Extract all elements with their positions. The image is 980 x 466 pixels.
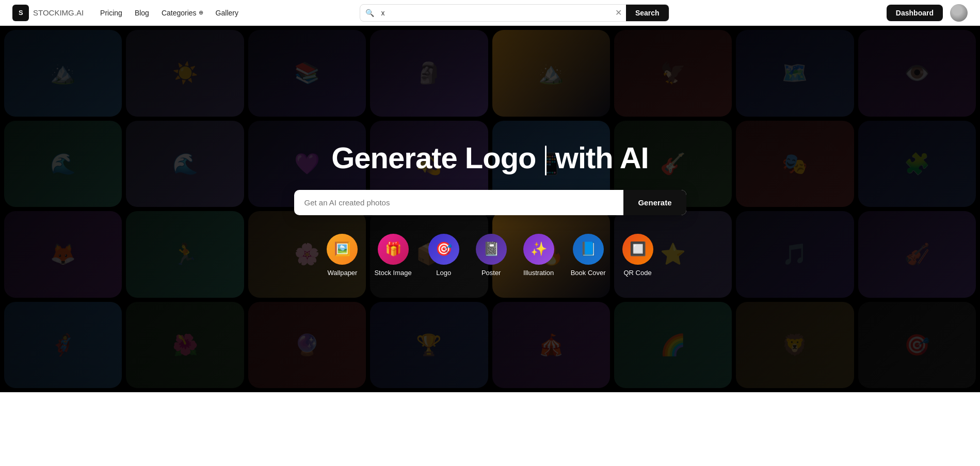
cat-item-wallpaper[interactable]: 🖼️Wallpaper	[327, 234, 358, 277]
search-button[interactable]: Search	[626, 5, 669, 21]
nav-gallery[interactable]: Gallery	[216, 9, 238, 17]
cat-label-poster: Poster	[481, 269, 501, 277]
cat-label-wallpaper: Wallpaper	[327, 269, 357, 277]
cat-icon-illustration: ✨	[523, 234, 554, 265]
cursor-blink	[545, 146, 547, 175]
hero-content: Generate Logo with AI Generate 🖼️Wallpap…	[0, 26, 980, 392]
cat-item-illustration[interactable]: ✨Illustration	[523, 234, 554, 277]
search-clear-button[interactable]: ✕	[611, 8, 626, 18]
navbar: S STOCKIMG.AI Pricing Blog Categories ⊕ …	[0, 0, 980, 26]
cat-label-qr-code: QR Code	[623, 269, 651, 277]
cat-item-poster[interactable]: 📓Poster	[476, 234, 507, 277]
cat-icon-wallpaper: 🖼️	[327, 234, 358, 265]
cat-label-book-cover: Book Cover	[571, 269, 606, 277]
hero-search-bar: Generate	[294, 190, 686, 215]
cat-item-book-cover[interactable]: 📘Book Cover	[571, 234, 606, 277]
avatar[interactable]	[950, 4, 968, 22]
cat-label-logo: Logo	[436, 269, 451, 277]
nav-pricing[interactable]: Pricing	[100, 9, 122, 17]
logo-text: STOCKIMG.AI	[33, 8, 84, 17]
cat-item-logo[interactable]: 🎯Logo	[428, 234, 459, 277]
nav-right: Dashboard	[887, 4, 968, 22]
avatar-image	[950, 4, 968, 22]
cat-icon-poster: 📓	[476, 234, 507, 265]
hero-section: 🏔️☀️📚🗿🏔️🦅🗺️👁️🌊🌊💜💫📱🎸🎭🧩🦊🏃🌸📦🔥⭐🎵🎻🦸🌺🔮🏆🎪🌈🦁🎯 Ge…	[0, 26, 980, 392]
categories-icon: ⊕	[199, 9, 203, 16]
category-row: 🖼️Wallpaper🎁Stock Image🎯Logo📓Poster✨Illu…	[327, 234, 653, 277]
cat-label-illustration: Illustration	[523, 269, 554, 277]
logo[interactable]: S STOCKIMG.AI	[12, 5, 84, 21]
cat-icon-stock-image: 🎁	[378, 234, 409, 265]
cat-icon-logo: 🎯	[428, 234, 459, 265]
hero-search-input[interactable]	[294, 190, 624, 215]
logo-icon: S	[12, 5, 29, 21]
nav-blog[interactable]: Blog	[135, 9, 149, 17]
search-icon: 🔍	[360, 9, 379, 17]
nav-categories[interactable]: Categories ⊕	[162, 9, 203, 17]
cat-item-stock-image[interactable]: 🎁Stock Image	[374, 234, 411, 277]
cat-icon-book-cover: 📘	[573, 234, 604, 265]
dashboard-button[interactable]: Dashboard	[887, 5, 943, 21]
generate-button[interactable]: Generate	[623, 190, 686, 215]
cat-icon-qr-code: 🔲	[622, 234, 653, 265]
search-input[interactable]	[379, 5, 611, 21]
search-bar: 🔍 ✕ Search	[360, 4, 669, 22]
cat-label-stock-image: Stock Image	[374, 269, 411, 277]
hero-title: Generate Logo with AI	[331, 141, 648, 175]
cat-item-qr-code[interactable]: 🔲QR Code	[622, 234, 653, 277]
